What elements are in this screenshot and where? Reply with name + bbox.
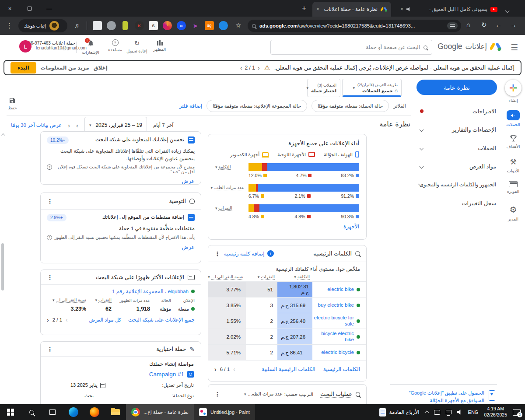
nav-overview-button[interactable]: نظرة عامة [416,80,497,95]
keyword-link[interactable]: electric bicycle [321,350,354,355]
action-center-icon[interactable]: 2 [513,409,521,416]
tab-search-chevron-icon[interactable] [506,6,509,14]
forward-icon[interactable]: → [510,21,517,28]
sort-ctr[interactable]: نسبة النقر الى ا...▾ [208,274,246,280]
language-indicator[interactable]: ENG [468,410,479,415]
start-button[interactable] [0,404,21,420]
keywords-link[interactable]: الكلمات الرئيسية [323,366,360,372]
playlist-extension-icon[interactable]: ♬ [74,22,80,29]
hamburger-menu-icon[interactable]: ☰ [511,42,518,52]
s-extension-icon[interactable]: S [149,21,158,30]
sort-ctr[interactable]: نسبة النقر الى ا...▾ [46,298,86,303]
ads-search-input[interactable] [275,44,420,50]
kebab-menu-icon[interactable]: ⋮ [214,391,220,398]
sort-by-dropdown[interactable]: الترتيب حسب: عدد مرات الظه... ▾ [244,391,313,397]
sidebar-item-admin[interactable]: ⚙ المدير [501,205,525,221]
date-next-chevron[interactable]: › [76,122,78,129]
metric-selector-clicks[interactable]: النقرات ▾ [215,204,244,210]
edge-button[interactable] [63,404,84,420]
campaign-select-dropdown[interactable]: الحملات (3) اختيار حملة ▾ [307,79,340,97]
puzzle-icon[interactable] [93,21,102,30]
news-widget[interactable]: الأرباح القادمة [379,408,420,416]
reload-button[interactable]: ↻ إعادة تحميل [125,39,149,53]
breadcrumb[interactable]: elqubbah ، المجموعة الإعلانية رقم 1 [41,285,201,294]
sidebar-item-tools[interactable]: ⚒ الأدوات [501,158,525,173]
filter-chip-adgroup-status[interactable]: حالة المجموعة الإعلانية: مفعلة، متوقفة م… [206,100,307,112]
banner-prev-chevron[interactable]: ‹ [258,64,260,71]
campaign-link[interactable]: Campaign #1 [149,371,184,378]
mobile-app-promo[interactable]: الحصول على تطبيق "إعلانات Google" المتوا… [390,384,497,404]
shield-extension-icon[interactable] [107,21,116,30]
avatar[interactable]: L [19,40,32,52]
lens-extension-icon[interactable] [219,21,228,30]
banner-close-button[interactable]: إغلاق [94,65,108,71]
window-restore-icon[interactable] [20,0,39,17]
task-view-button[interactable] [42,404,63,420]
info-icon[interactable]: ? [47,235,52,240]
touch-keyboard-icon[interactable] [434,410,440,415]
keyword-link[interactable]: electric bike [327,287,354,292]
tab-audio-icon[interactable] [406,7,411,11]
instagram-extension-icon[interactable] [163,21,172,30]
negative-keywords-link[interactable]: الكلمات الرئيسية السلبية [262,366,315,372]
banner-more-info-button[interactable]: مزيد من المعلومات [41,65,89,71]
info-icon[interactable]: ? [47,164,52,170]
new-tab-button[interactable]: + [298,3,310,14]
add-keyword-button[interactable]: + إضافة كلمة رئيسية [224,250,274,257]
paint-window-button[interactable]: Untitled.jpg - Paint [194,404,255,420]
next-page-chevron[interactable]: ‹ [47,316,49,323]
scrollbar-up-arrow[interactable] [1,133,5,137]
address-bar[interactable]: ads.google.com/aw/overview?ocid=16802175… [248,20,461,32]
ads-search-box[interactable] [270,40,432,55]
nav-item-insights[interactable]: الإحصاءات والتقارير [414,121,501,138]
appearance-button[interactable]: المظهر [148,39,172,52]
next-page-chevron[interactable]: ‹ [214,366,217,373]
add-filter-button[interactable]: إضافة فلتر [179,103,203,109]
explorer-button[interactable] [105,404,126,420]
taskbar-search-button[interactable] [21,404,42,420]
sort-cost[interactable]: التكلفة▾ [277,274,312,280]
nav-item-assets[interactable]: مواد العرض [414,158,501,175]
sidebar-item-billing[interactable]: الفوترة [501,181,525,194]
window-close-icon[interactable]: × [0,0,20,17]
feather-extension-icon[interactable]: ➤ [191,21,200,30]
create-button[interactable]: إنشاء [501,80,525,103]
coinbase-extension-icon[interactable]: ∞ [177,21,186,30]
kebab-menu-icon[interactable]: ⋮ [47,198,53,205]
tab-inactive[interactable]: بسيوني كامل ا البل العميق - × [396,2,501,17]
all-search-ads-link[interactable]: جميع الإعلانات على شبكة البحث [128,317,195,323]
google-ads-logo[interactable]: إعلانات Google [438,41,501,52]
profile-chip[interactable]: إثبات هويتك [18,19,67,32]
keyword-link[interactable]: buy electric bike [318,302,354,308]
sort-clicks[interactable]: النقرات▾ [86,298,112,303]
back-icon[interactable]: ← [495,21,502,28]
devices-link[interactable]: الأجهزة [343,224,359,230]
prev-page-chevron[interactable]: › [66,316,68,323]
kebab-menu-icon[interactable]: ⋮ [214,250,220,257]
network-icon[interactable] [446,410,452,414]
reload-icon[interactable]: ↻ [481,21,487,29]
metric-selector-impressions[interactable]: عدد مرات الظه.. ▾ [215,184,244,190]
k-extension-icon[interactable]: K [135,21,144,30]
prev-page-chevron[interactable]: › [233,366,235,373]
nav-item-audiences[interactable]: الجمهور والكلمات الرئيسية والمحتوى [414,176,501,193]
firefox-button[interactable] [84,404,105,420]
filter-chip-campaign-status[interactable]: حالة الحملة: مفعلة، متوقفة مؤقتًا [312,100,389,112]
kebab-menu-icon[interactable]: ⋮ [47,274,53,281]
show-30-days-link[interactable]: عرض بيانات آخر 30 يومًا [11,122,62,128]
browser-menu-icon[interactable]: ⋮ [6,22,13,30]
view-mode-dropdown[interactable]: طريقة العرض (فلتران/2) ⌂جميع الحملات ▾ [342,79,402,97]
sq-extension-icon[interactable]: SQ [205,21,214,30]
window-minimize-icon[interactable]: — [39,0,59,17]
keyword-link[interactable]: electric bicycle for sale [312,315,354,326]
sidebar-item-goals[interactable]: الأهداف [501,134,525,149]
save-button[interactable]: حفظ [8,97,17,110]
tab-close-icon[interactable]: × [316,6,319,12]
nav-item-change-history[interactable]: سجل التغييرات [414,194,501,212]
all-assets-link[interactable]: كل مواد العرض [89,317,122,323]
site-settings-icon[interactable] [447,22,458,29]
nav-item-campaigns[interactable]: الحملات [414,139,501,157]
kebab-menu-icon[interactable]: ⋮ [47,346,53,353]
tab-close-icon[interactable]: × [400,6,403,12]
show-hidden-icons-chevron[interactable] [424,411,429,415]
